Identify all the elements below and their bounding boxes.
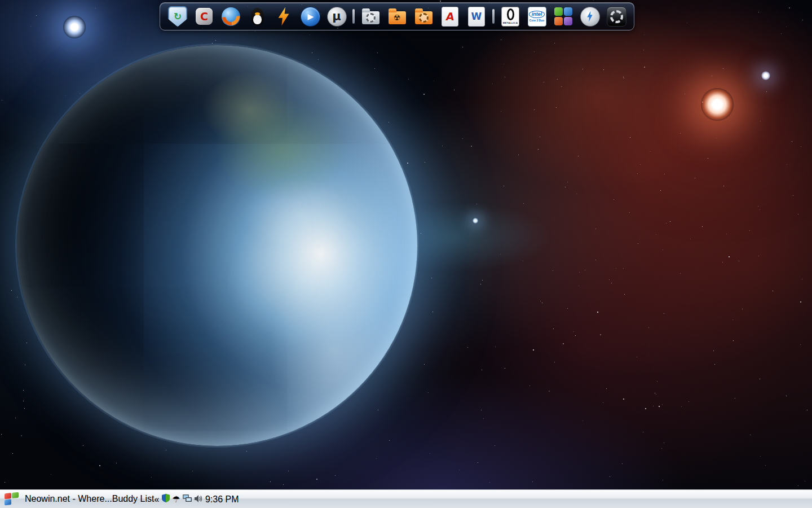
dock-item-winamp[interactable]	[273, 6, 294, 27]
blue-bolt-icon	[586, 11, 594, 22]
dock-item-ccleaner[interactable]: C	[193, 6, 215, 27]
system-tray: « ☂	[154, 494, 239, 505]
dock-item-intel[interactable]: intel Core 2 Duo	[526, 6, 548, 27]
dock-separator	[352, 9, 355, 24]
dock-item-word-documents[interactable]: W	[466, 6, 487, 27]
metallica-label: METALLICA	[503, 21, 518, 24]
disc-lightning-icon	[580, 7, 600, 27]
dock-item-utorrent[interactable]: µ	[326, 6, 347, 27]
blue-star	[63, 16, 86, 38]
adobe-reader-icon: A	[442, 7, 458, 27]
dock-item-system-folder[interactable]	[360, 6, 381, 27]
dock-item-metallica[interactable]: METALLICA	[500, 6, 521, 27]
intel-line: Core 2 Duo	[529, 19, 545, 22]
window-title: Neowin.net - Where...	[25, 494, 112, 503]
ccleaner-icon: C	[196, 8, 213, 25]
word-glyph: W	[471, 11, 482, 22]
avira-umbrella-icon[interactable]: ☂	[172, 494, 180, 504]
small-white-star	[761, 71, 770, 80]
dock-item-puzzle-pack[interactable]	[553, 6, 574, 27]
dock-item-radiation-folder[interactable]: ☢	[386, 6, 408, 27]
app-dock: ↻ C ▶ µ ☢ A	[160, 2, 634, 30]
intel-logo: intel	[529, 11, 545, 18]
hide-icons-chevron[interactable]: «	[154, 494, 159, 504]
taskbar-window-buddy-list[interactable]: Buddy List	[112, 494, 155, 504]
dock-item-linux[interactable]	[246, 6, 268, 27]
radiation-icon: ☢	[394, 14, 401, 21]
recycle-bin-icon: ↻	[168, 6, 187, 27]
start-button[interactable]	[5, 492, 20, 506]
play-button-icon: ▶	[301, 7, 320, 27]
firefox-icon	[222, 7, 240, 26]
utorrent-glyph: µ	[332, 11, 341, 23]
taskbar-window-neowin[interactable]: Neowin.net - Where...	[25, 494, 112, 504]
word-document-icon: W	[468, 7, 485, 27]
intel-core2duo-icon: intel Core 2 Duo	[528, 7, 546, 27]
dock-item-adobe-reader[interactable]: A	[439, 6, 461, 27]
taskbar: Neowin.net - Where... Buddy List « ☂	[0, 489, 812, 508]
dock-item-firefox[interactable]	[220, 6, 241, 27]
adobe-glyph: A	[445, 10, 455, 23]
volume-icon[interactable]	[195, 494, 205, 504]
red-giant-star	[701, 88, 734, 121]
dock-item-tools-folder[interactable]	[413, 6, 434, 27]
lightning-bolt-icon	[276, 7, 291, 26]
metallica-emblem	[507, 8, 514, 20]
gear-icon	[419, 13, 429, 23]
play-glyph: ▶	[308, 12, 314, 20]
orange-folder-icon	[415, 11, 433, 24]
clock[interactable]: 9:36 PM	[205, 494, 239, 504]
dock-item-recycle-bin[interactable]: ↻	[167, 6, 188, 27]
security-shield-icon[interactable]	[162, 494, 172, 504]
gear-icon	[610, 10, 623, 23]
puzzle-pieces-icon	[554, 7, 572, 25]
planet-earth	[17, 45, 417, 446]
ccleaner-glyph: C	[200, 11, 208, 22]
windows-flag-icon	[5, 493, 11, 499]
desktop: ↻ C ▶ µ ☢ A	[0, 0, 812, 508]
dock-item-lightning-disc[interactable]	[579, 6, 601, 27]
utorrent-icon: µ	[327, 7, 347, 27]
network-icon[interactable]	[183, 494, 194, 504]
orange-folder-icon: ☢	[389, 11, 406, 24]
gear-icon	[366, 13, 376, 23]
dock-item-media-player[interactable]: ▶	[299, 6, 321, 27]
window-title: Buddy List	[112, 494, 155, 503]
dock-separator	[492, 9, 495, 24]
dock-item-settings[interactable]	[606, 6, 627, 27]
gray-folder-icon	[362, 11, 379, 24]
recycle-glyph: ↻	[174, 12, 182, 21]
tux-penguin-icon	[251, 8, 264, 25]
settings-gear-icon	[607, 7, 626, 27]
metallica-icon: METALLICA	[501, 7, 519, 27]
